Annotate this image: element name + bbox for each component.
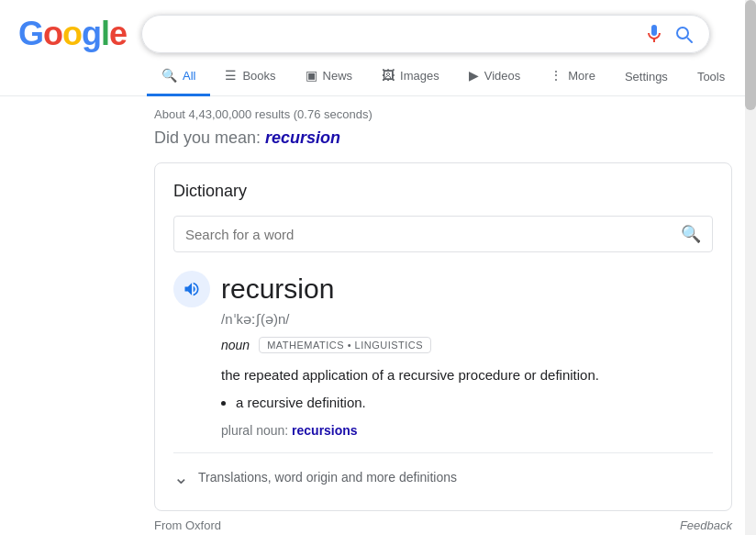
did-you-mean: Did you mean: recursion: [154, 128, 738, 148]
google-logo[interactable]: Google: [18, 15, 127, 53]
videos-icon: ▶: [469, 68, 479, 83]
main-content: About 4,43,00,000 results (0.76 seconds)…: [0, 96, 756, 535]
nav-right: Settings Tools: [610, 59, 739, 95]
header: Google recursion: [0, 0, 756, 53]
pos-label: noun: [221, 338, 250, 352]
tab-images[interactable]: 🖼 Images: [367, 57, 454, 96]
definition: the repeated application of a recursive …: [221, 364, 713, 414]
more-defs-label: Translations, word origin and more defin…: [198, 470, 457, 485]
dict-search-input[interactable]: [185, 227, 673, 242]
tab-videos-label: Videos: [484, 69, 521, 83]
tab-all[interactable]: 🔍 All: [147, 57, 210, 96]
phonetic: /nˈkəːʃ(ə)n/: [221, 311, 713, 328]
plural-word[interactable]: recursions: [292, 423, 358, 438]
logo-letter-l: l: [101, 15, 109, 52]
word-header: recursion: [173, 271, 713, 307]
tab-books[interactable]: ☰ Books: [210, 57, 290, 96]
feedback-link[interactable]: Feedback: [680, 518, 732, 532]
footer-row: From Oxford Feedback: [154, 511, 732, 535]
did-you-mean-label: Did you mean:: [154, 128, 261, 147]
logo-letter-o2: o: [62, 15, 82, 52]
from-oxford: From Oxford: [154, 518, 221, 532]
search-input[interactable]: recursion: [157, 26, 636, 42]
dictionary-card: Dictionary 🔍 recursion /nˈkəːʃ(ə)n/ noun…: [154, 162, 732, 511]
definition-text: the repeated application of a recursive …: [221, 367, 599, 383]
nav-tabs: 🔍 All ☰ Books ▣ News 🖼 Images ▶ Videos ⋮…: [0, 57, 756, 96]
dictionary-title: Dictionary: [173, 182, 713, 201]
tab-more-label: More: [568, 69, 595, 83]
tab-news[interactable]: ▣ News: [291, 57, 368, 96]
scrollbar-thumb[interactable]: [745, 0, 756, 110]
more-defs[interactable]: ⌄ Translations, word origin and more def…: [173, 453, 713, 492]
word-pos-line: noun MATHEMATICS • LINGUISTICS: [221, 337, 713, 353]
sub-definition: a recursive definition.: [236, 392, 713, 414]
did-you-mean-link[interactable]: recursion: [265, 128, 340, 147]
all-icon: 🔍: [161, 68, 177, 83]
tab-all-label: All: [183, 69, 195, 83]
logo-letter-g2: g: [82, 15, 101, 52]
search-icon[interactable]: [673, 23, 695, 45]
chevron-down-icon: ⌄: [173, 466, 189, 488]
news-icon: ▣: [306, 68, 317, 83]
plural-note: plural noun: recursions: [221, 423, 713, 438]
results-count: About 4,43,00,000 results (0.76 seconds): [154, 107, 738, 121]
search-bar[interactable]: recursion: [141, 15, 710, 53]
logo-letter-e: e: [109, 15, 127, 52]
tools-link[interactable]: Tools: [683, 59, 739, 95]
logo-letter-o1: o: [43, 15, 62, 52]
more-icon: ⋮: [550, 68, 562, 83]
speaker-icon: [183, 280, 201, 298]
dict-search-icon: 🔍: [681, 224, 701, 244]
category-tag: MATHEMATICS • LINGUISTICS: [259, 337, 431, 353]
plural-label: plural noun:: [221, 423, 288, 438]
tab-books-label: Books: [242, 69, 275, 83]
books-icon: ☰: [225, 68, 237, 83]
images-icon: 🖼: [382, 68, 395, 83]
tab-news-label: News: [323, 69, 353, 83]
tab-images-label: Images: [400, 69, 439, 83]
scrollbar-track[interactable]: [745, 0, 756, 535]
dict-search-wrap[interactable]: 🔍: [173, 216, 713, 252]
audio-button[interactable]: [173, 271, 210, 307]
word-title: recursion: [221, 273, 334, 305]
tab-more[interactable]: ⋮ More: [535, 57, 610, 96]
logo-letter-g: G: [18, 15, 43, 52]
mic-icon[interactable]: [643, 23, 665, 45]
settings-link[interactable]: Settings: [610, 59, 683, 95]
tab-videos[interactable]: ▶ Videos: [454, 57, 536, 96]
